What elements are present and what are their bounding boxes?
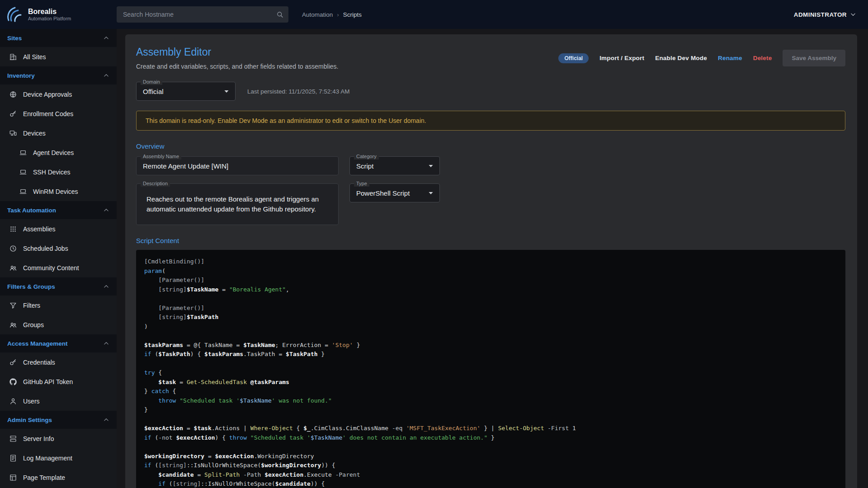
assembly-name-field[interactable]: Assembly Name Remote Agent Update [WIN] [136,156,339,175]
borealis-logo-icon [5,5,24,23]
funnel-icon [9,301,17,310]
code-line: if ($TaskPath) { $taskParams.TaskPath = … [144,350,837,359]
main-content: Assembly Editor Create and edit variable… [117,29,868,488]
sidebar-section-access-management[interactable]: Access Management [0,334,117,352]
laptop-icon [19,168,27,176]
code-line: $task = Get-ScheduledTask @taskParams [144,378,837,387]
sidebar-section-label: Filters & Groups [7,283,55,290]
code-line: $execAction = $task.Actions | Where-Obje… [144,424,837,433]
sidebar-item-assemblies[interactable]: Assemblies [0,219,117,239]
domain-row: Domain Official Last persisted: 11/1/202… [136,82,845,101]
sidebar-item-all-sites[interactable]: All Sites [0,47,117,66]
sidebar-section-admin-settings[interactable]: Admin Settings [0,411,117,429]
sidebar-item-label: Enrollment Codes [23,110,73,117]
code-line: try { [144,368,837,378]
sidebar-item-scheduled-jobs[interactable]: Scheduled Jobs [0,239,117,258]
description-value: Reaches out to the remote Borealis agent… [146,194,328,214]
sidebar-section-sites[interactable]: Sites [0,29,117,47]
readonly-warning-banner: This domain is read-only. Enable Dev Mod… [136,111,845,131]
brand-subtitle: Automation Platform [28,16,71,21]
script-content-label: Script Content [136,237,845,244]
sidebar-item-label: Page Template [23,474,65,481]
code-editor[interactable]: [CmdletBinding()]param( [Parameter()] [s… [136,250,845,488]
code-line: } catch { [144,387,837,396]
search-box[interactable] [117,6,288,23]
code-line [144,294,837,304]
search-input[interactable] [123,11,276,18]
laptop-icon [19,188,27,196]
sidebar-item-page-template[interactable]: Page Template [0,468,117,487]
sidebar-section-inventory[interactable]: Inventory [0,66,117,84]
sidebar-item-users[interactable]: Users [0,391,117,411]
import-export-button[interactable]: Import / Export [599,55,644,61]
caret-down-icon [426,188,436,198]
clock-icon [9,244,17,253]
page-icon [9,474,17,482]
sidebar-section-label: Inventory [7,72,35,79]
sidebar-section-label: Sites [7,35,22,42]
chevron-up-icon [102,34,110,42]
type-select[interactable]: Type PowerShell Script [349,183,440,202]
top-bar: Borealis Automation Platform Automation … [0,0,868,29]
sidebar-item-groups[interactable]: Groups [0,315,117,334]
sidebar-item-devices[interactable]: Devices [0,123,117,143]
sidebar-item-ssh-devices[interactable]: SSH Devices [0,162,117,182]
sidebar-item-label: Community Content [23,264,79,272]
code-line: [string]$TaskName = "Borealis Agent", [144,285,837,295]
code-line: [Parameter()] [144,276,837,285]
sidebar-section-label: Admin Settings [7,417,52,423]
breadcrumb-separator: › [337,11,339,18]
sidebar-section-task-automation[interactable]: Task Automation [0,201,117,219]
sidebar-item-label: Groups [23,321,44,328]
code-line: $workingDirectory = $execAction.WorkingD… [144,452,837,461]
laptop-icon [19,149,27,157]
sidebar-item-label: GitHub API Token [23,378,73,385]
brand[interactable]: Borealis Automation Platform [0,5,117,23]
page-subtitle: Create and edit variables, scripts, and … [136,63,338,70]
sidebar-item-server-info[interactable]: Server Info [0,429,117,448]
sidebar-item-label: Log Management [23,455,72,462]
chevron-up-icon [102,339,110,347]
user-menu[interactable]: ADMINISTRATOR [794,10,857,19]
code-line: throw "Scheduled task '$TaskName' was no… [144,396,837,406]
sidebar-item-label: Device Approvals [23,91,72,98]
sidebar-item-log-management[interactable]: Log Management [0,448,117,468]
category-select[interactable]: Category Script [349,156,440,175]
sidebar-item-label: Users [23,398,40,405]
sidebar-item-filters[interactable]: Filters [0,296,117,315]
sidebar-item-winrm-devices[interactable]: WinRM Devices [0,182,117,201]
breadcrumb-item-automation[interactable]: Automation [302,11,333,18]
type-value: PowerShell Script [356,189,410,197]
sidebar-item-label: Scheduled Jobs [23,245,68,252]
sidebar-item-device-approvals[interactable]: Device Approvals [0,84,117,104]
sidebar-item-enrollment-codes[interactable]: Enrollment Codes [0,104,117,123]
code-line: $candidate = Split-Path -Path $execActio… [144,470,837,480]
delete-button[interactable]: Delete [753,55,772,61]
sidebar-item-github-api-token[interactable]: GitHub API Token [0,372,117,391]
domain-select[interactable]: Domain Official [136,82,236,101]
sidebar-item-agent-devices[interactable]: Agent Devices [0,143,117,162]
save-assembly-button[interactable]: Save Assembly [783,50,845,66]
description-label: Description [141,180,170,187]
sidebar-section-filters-groups[interactable]: Filters & Groups [0,277,117,296]
breadcrumb-item-scripts[interactable]: Scripts [343,11,362,18]
code-line: [Parameter()] [144,304,837,313]
code-line: param( [144,267,837,276]
breadcrumb: Automation › Scripts [302,11,362,18]
category-label: Category [354,153,379,160]
log-icon [9,454,17,462]
rename-button[interactable]: Rename [718,55,742,61]
code-line: if ([string]::IsNullOrWhiteSpace($candid… [144,479,837,488]
chevron-up-icon [102,416,110,424]
sidebar-item-community-content[interactable]: Community Content [0,258,117,277]
category-value: Script [356,162,373,170]
code-line: } [144,405,837,415]
sidebar-item-label: Credentials [23,359,55,366]
description-field[interactable]: Description Reaches out to the remote Bo… [136,183,339,225]
code-line [144,331,837,341]
page-title: Assembly Editor [136,46,338,58]
domain-value: Official [143,88,164,95]
chevron-down-icon [849,10,857,19]
enable-dev-mode-button[interactable]: Enable Dev Mode [655,55,707,61]
sidebar-item-credentials[interactable]: Credentials [0,352,117,372]
